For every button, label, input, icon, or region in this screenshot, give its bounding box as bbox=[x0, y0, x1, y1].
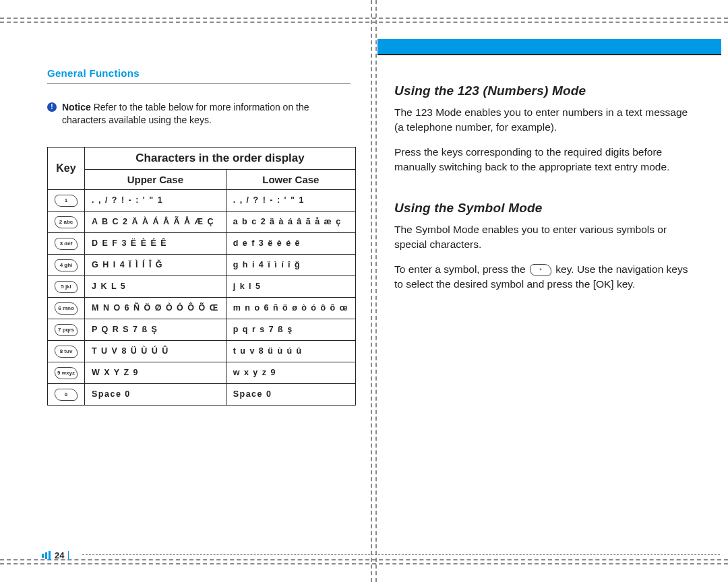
table-header-main: Characters in the order display bbox=[85, 147, 356, 169]
key-cell: 1 bbox=[48, 189, 85, 211]
lower-case-cell: w x y z 9 bbox=[226, 362, 355, 383]
upper-case-cell: J K L 5 bbox=[85, 276, 226, 297]
table-row: 2 abcA B C 2 Ä À Á Â Ã Å Æ Ça b c 2 ä à … bbox=[48, 211, 356, 232]
upper-case-cell: W X Y Z 9 bbox=[85, 362, 226, 383]
table-row: 5 jklJ K L 5j k l 5 bbox=[48, 276, 356, 297]
table-row: 7 pqrsP Q R S 7 ß Şp q r s 7 ß ş bbox=[48, 319, 356, 340]
key-cell: 9 wxyz bbox=[48, 362, 85, 383]
key-cell: 4 ghi bbox=[48, 254, 85, 276]
keypad-key-icon: 5 jkl bbox=[55, 281, 78, 293]
center-guideline bbox=[371, 0, 372, 582]
heading-123-mode: Using the 123 (Numbers) Mode bbox=[394, 84, 698, 98]
paragraph: The 123 Mode enables you to enter number… bbox=[394, 105, 698, 135]
center-guideline bbox=[375, 0, 377, 582]
paragraph: To enter a symbol, press the * key. Use … bbox=[394, 262, 698, 292]
upper-case-cell: Space 0 bbox=[85, 383, 226, 405]
table-row: 4 ghiG H I 4 Ï Ì Í Î Ğg h i 4 ï ì í î ğ bbox=[48, 254, 356, 276]
heading-symbol-mode: Using the Symbol Mode bbox=[394, 201, 698, 216]
notice-icon: ! bbox=[47, 102, 57, 112]
upper-case-cell: . , / ? ! - : ' " 1 bbox=[85, 189, 226, 211]
keypad-key-icon: 3 def bbox=[55, 238, 78, 250]
bottom-guideline bbox=[0, 559, 728, 564]
left-page: General Functions ! Notice Refer to the … bbox=[47, 67, 351, 548]
keypad-key-icon: 4 ghi bbox=[55, 259, 78, 271]
text: To enter a symbol, press the bbox=[394, 263, 528, 275]
keypad-key-icon: 6 mno bbox=[55, 302, 78, 315]
table-row: 9 wxyzW X Y Z 9w x y z 9 bbox=[48, 362, 356, 383]
table-header-upper: Upper Case bbox=[85, 169, 226, 189]
key-cell: 8 tuv bbox=[48, 340, 85, 362]
key-cell: 2 abc bbox=[48, 211, 85, 232]
accent-underline bbox=[377, 54, 721, 55]
footer-dashed-line bbox=[82, 554, 720, 555]
lower-case-cell: m n o 6 ñ ö ø ò ó ô õ œ bbox=[226, 297, 355, 319]
key-cell: 5 jkl bbox=[48, 276, 85, 297]
keypad-key-icon: 0 bbox=[55, 389, 78, 401]
key-cell: 3 def bbox=[48, 232, 85, 254]
lower-case-cell: . , / ? ! - : ' " 1 bbox=[226, 189, 355, 211]
table-row: 1. , / ? ! - : ' " 1. , / ? ! - : ' " 1 bbox=[48, 189, 356, 211]
notice: ! Notice Refer to the table below for mo… bbox=[47, 101, 351, 127]
paragraph: Press the keys corresponding to the requ… bbox=[394, 145, 698, 175]
top-guideline bbox=[0, 18, 728, 23]
lower-case-cell: a b c 2 ä à á â ã å æ ç bbox=[226, 211, 355, 232]
lower-case-cell: p q r s 7 ß ş bbox=[226, 319, 355, 340]
key-cell: 6 mno bbox=[48, 297, 85, 319]
keypad-key-icon: 1 bbox=[55, 195, 78, 207]
divider bbox=[68, 551, 69, 560]
star-key-icon: * bbox=[530, 264, 551, 276]
table-row: 6 mnoM N O 6 Ñ Ö Ø Ò Ó Ô Õ Œm n o 6 ñ ö … bbox=[48, 297, 356, 319]
table-row: 0Space 0Space 0 bbox=[48, 383, 356, 405]
paragraph: The Symbol Mode enables you to enter var… bbox=[394, 222, 698, 253]
lower-case-cell: t u v 8 ü ù ú û bbox=[226, 340, 355, 362]
right-page: Using the 123 (Numbers) Mode The 123 Mod… bbox=[394, 67, 698, 548]
upper-case-cell: T U V 8 Ü Ù Ú Û bbox=[85, 340, 226, 362]
keypad-key-icon: 2 abc bbox=[55, 216, 78, 228]
lower-case-cell: g h i 4 ï ì í î ğ bbox=[226, 254, 355, 276]
table-row: 8 tuvT U V 8 Ü Ù Ú Ût u v 8 ü ù ú û bbox=[48, 340, 356, 362]
signal-bars-icon bbox=[42, 551, 51, 560]
upper-case-cell: G H I 4 Ï Ì Í Î Ğ bbox=[85, 254, 226, 276]
key-cell: 7 pqrs bbox=[48, 319, 85, 340]
accent-bar bbox=[377, 39, 721, 54]
keypad-key-icon: 9 wxyz bbox=[55, 367, 78, 379]
key-cell: 0 bbox=[48, 383, 85, 405]
lower-case-cell: Space 0 bbox=[226, 383, 355, 405]
upper-case-cell: M N O 6 Ñ Ö Ø Ò Ó Ô Õ Œ bbox=[85, 297, 226, 319]
keypad-key-icon: 7 pqrs bbox=[55, 324, 78, 336]
page-footer: 24 bbox=[42, 550, 69, 560]
keypad-key-icon: 8 tuv bbox=[55, 346, 78, 358]
section-header: General Functions bbox=[47, 67, 351, 84]
table-row: 3 defD E F 3 Ë È É Êd e f 3 ë è é ê bbox=[48, 232, 356, 254]
notice-label: Notice bbox=[62, 102, 91, 112]
upper-case-cell: D E F 3 Ë È É Ê bbox=[85, 232, 226, 254]
table-header-key: Key bbox=[48, 147, 85, 189]
upper-case-cell: P Q R S 7 ß Ş bbox=[85, 319, 226, 340]
table-header-lower: Lower Case bbox=[226, 169, 355, 189]
lower-case-cell: d e f 3 ë è é ê bbox=[226, 232, 355, 254]
notice-text: Refer to the table below for more inform… bbox=[62, 102, 309, 125]
lower-case-cell: j k l 5 bbox=[226, 276, 355, 297]
character-table: Key Characters in the order display Uppe… bbox=[47, 147, 356, 406]
upper-case-cell: A B C 2 Ä À Á Â Ã Å Æ Ç bbox=[85, 211, 226, 232]
page-number: 24 bbox=[55, 550, 64, 560]
